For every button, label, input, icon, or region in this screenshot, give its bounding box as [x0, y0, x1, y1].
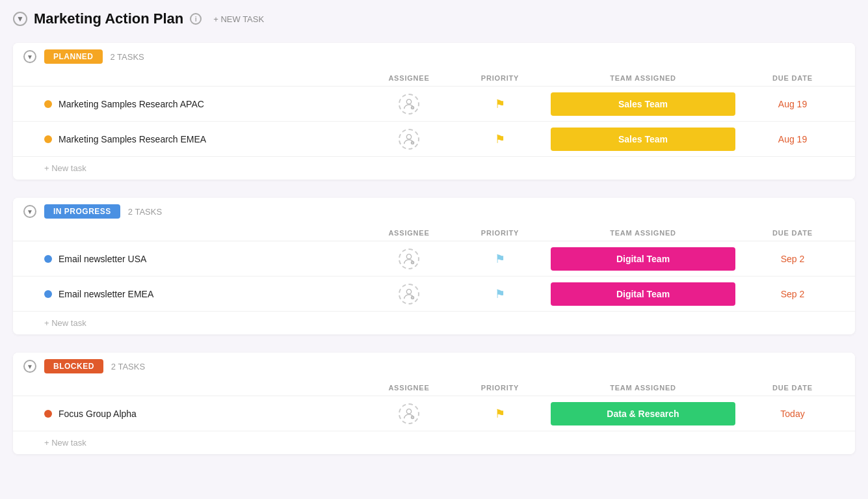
task-dot-inprogress-1: [44, 290, 52, 298]
section-header-planned: ▼ PLANNED 2 TASKS: [13, 43, 855, 70]
task-name-cell-planned-1: Marketing Samples Research EMEA: [44, 134, 363, 144]
task-row-planned-0: Marketing Samples Research APAC + ⚑: [13, 87, 855, 122]
task-name-inprogress-1: Email newsletter EMEA: [59, 289, 153, 299]
svg-text:+: +: [412, 106, 414, 109]
new-task-button[interactable]: + NEW TASK: [208, 12, 269, 27]
section-collapse-planned[interactable]: ▼: [23, 50, 36, 63]
assignee-avatar-blocked-0[interactable]: +: [399, 403, 419, 424]
col-1-blocked: PRIORITY: [454, 384, 546, 392]
col-3-inprogress: DUE DATE: [741, 229, 845, 237]
due-date-inprogress-0: Sep 2: [781, 254, 805, 264]
assignee-cell-blocked-0: +: [363, 403, 454, 424]
team-badge-blocked-0: Data & Research: [551, 402, 735, 425]
task-row-inprogress-0: Email newsletter USA + ⚑: [13, 241, 855, 276]
team-badge-planned-0: Sales Team: [551, 92, 735, 116]
assignee-avatar-inprogress-1[interactable]: +: [399, 284, 419, 304]
team-badge-inprogress-0: Digital Team: [551, 247, 735, 271]
task-name-cell-inprogress-1: Email newsletter EMEA: [44, 289, 363, 299]
assignee-cell-planned-0: +: [363, 94, 454, 115]
task-name-inprogress-0: Email newsletter USA: [59, 254, 146, 264]
flag-icon-blocked-0: ⚑: [495, 407, 505, 421]
task-count-inprogress: 2 TASKS: [128, 207, 162, 217]
status-badge-blocked: BLOCKED: [44, 359, 103, 373]
col-name-planned: [44, 74, 363, 82]
assignee-avatar-inprogress-0[interactable]: +: [399, 249, 419, 269]
priority-cell-blocked-0: ⚑: [454, 407, 546, 421]
team-badge-planned-1: Sales Team: [551, 128, 735, 151]
svg-text:+: +: [412, 416, 414, 419]
col-name-blocked: [44, 384, 363, 392]
task-name-cell-planned-0: Marketing Samples Research APAC: [44, 99, 363, 109]
flag-icon-planned-1: ⚑: [495, 132, 505, 146]
status-badge-inprogress: IN PROGRESS: [44, 204, 120, 219]
col-0-inprogress: ASSIGNEE: [363, 229, 454, 237]
priority-cell-planned-1: ⚑: [454, 132, 546, 146]
svg-point-6: [406, 254, 411, 258]
col-0-blocked: ASSIGNEE: [363, 384, 454, 392]
section-collapse-inprogress[interactable]: ▼: [23, 205, 36, 218]
priority-cell-inprogress-0: ⚑: [454, 252, 546, 266]
flag-icon-inprogress-1: ⚑: [495, 287, 505, 301]
svg-point-9: [406, 289, 411, 293]
section-inprogress: ▼ IN PROGRESS 2 TASKS ASSIGNEEPRIORITYTE…: [13, 198, 855, 334]
col-2-planned: TEAM ASSIGNED: [546, 74, 741, 82]
page-collapse-icon[interactable]: ▼: [13, 12, 27, 26]
due-date-inprogress-1: Sep 2: [781, 289, 805, 299]
task-dot-planned-0: [44, 100, 52, 108]
task-count-planned: 2 TASKS: [111, 52, 144, 62]
due-date-blocked-0: Today: [780, 409, 804, 419]
flag-icon-inprogress-0: ⚑: [495, 252, 505, 266]
due-date-planned-0: Aug 19: [778, 99, 807, 109]
col-2-inprogress: TEAM ASSIGNED: [546, 229, 741, 237]
due-cell-inprogress-0: Sep 2: [741, 254, 845, 264]
page-title: Marketing Action Plan: [34, 10, 183, 27]
svg-text:+: +: [412, 296, 414, 299]
assignee-avatar-planned-1[interactable]: +: [399, 129, 419, 150]
task-row-blocked-0: Focus Group Alpha + ⚑: [13, 396, 855, 431]
task-name-blocked-0: Focus Group Alpha: [59, 409, 137, 419]
task-dot-planned-1: [44, 135, 52, 143]
assignee-cell-inprogress-1: +: [363, 284, 454, 304]
svg-point-0: [406, 99, 411, 103]
col-headers-planned: ASSIGNEEPRIORITYTEAM ASSIGNEDDUE DATE: [13, 70, 855, 87]
col-0-planned: ASSIGNEE: [363, 74, 454, 82]
section-planned: ▼ PLANNED 2 TASKS ASSIGNEEPRIORITYTEAM A…: [13, 43, 855, 180]
task-dot-inprogress-0: [44, 255, 52, 263]
team-cell-inprogress-0: Digital Team: [546, 247, 741, 271]
section-blocked: ▼ BLOCKED 2 TASKS ASSIGNEEPRIORITYTEAM A…: [13, 353, 855, 454]
info-icon[interactable]: i: [190, 13, 202, 25]
team-cell-planned-1: Sales Team: [546, 128, 741, 151]
task-name-planned-0: Marketing Samples Research APAC: [59, 99, 204, 109]
assignee-cell-inprogress-0: +: [363, 249, 454, 269]
priority-cell-planned-0: ⚑: [454, 97, 546, 111]
col-name-inprogress: [44, 229, 363, 237]
flag-icon-planned-0: ⚑: [495, 97, 505, 111]
task-row-inprogress-1: Email newsletter EMEA + ⚑: [13, 276, 855, 312]
task-name-cell-blocked-0: Focus Group Alpha: [44, 409, 363, 419]
svg-text:+: +: [412, 141, 414, 144]
svg-point-12: [406, 409, 411, 413]
col-2-blocked: TEAM ASSIGNED: [546, 384, 741, 392]
assignee-avatar-planned-0[interactable]: +: [399, 94, 419, 115]
col-1-planned: PRIORITY: [454, 74, 546, 82]
team-badge-inprogress-1: Digital Team: [551, 282, 735, 306]
section-header-inprogress: ▼ IN PROGRESS 2 TASKS: [13, 198, 855, 225]
team-cell-inprogress-1: Digital Team: [546, 282, 741, 306]
new-task-row-planned[interactable]: + New task: [13, 157, 855, 180]
team-cell-blocked-0: Data & Research: [546, 402, 741, 425]
due-date-planned-1: Aug 19: [778, 134, 807, 144]
page: ▼ Marketing Action Plan i + NEW TASK ▼ P…: [0, 0, 868, 499]
svg-point-3: [406, 134, 411, 139]
new-task-row-blocked[interactable]: + New task: [13, 431, 855, 454]
page-header: ▼ Marketing Action Plan i + NEW TASK: [13, 10, 855, 27]
svg-text:+: +: [412, 261, 414, 264]
col-3-planned: DUE DATE: [741, 74, 845, 82]
task-name-cell-inprogress-0: Email newsletter USA: [44, 254, 363, 264]
section-collapse-blocked[interactable]: ▼: [23, 360, 36, 373]
status-badge-planned: PLANNED: [44, 49, 103, 64]
task-count-blocked: 2 TASKS: [111, 362, 145, 371]
task-name-planned-1: Marketing Samples Research EMEA: [59, 134, 206, 144]
col-headers-inprogress: ASSIGNEEPRIORITYTEAM ASSIGNEDDUE DATE: [13, 225, 855, 241]
task-dot-blocked-0: [44, 410, 52, 418]
new-task-row-inprogress[interactable]: + New task: [13, 312, 855, 334]
